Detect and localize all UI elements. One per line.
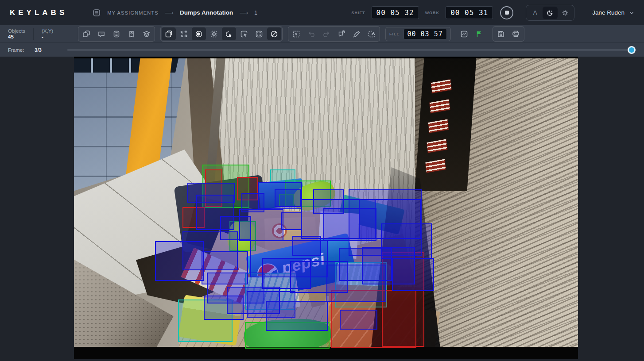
moon-icon — [547, 9, 554, 16]
layers-button[interactable] — [140, 27, 154, 40]
annotated-image[interactable]: t.com pepsi 12 — [74, 57, 578, 359]
breadcrumb-arrow-icon: ⟶ — [165, 9, 174, 16]
xy-label: (X,Y) — [42, 28, 53, 34]
matrix-tool-button[interactable] — [252, 27, 266, 40]
keylabs-app: KEYLABS MY ASSIGNMENTS ⟶ Dumps Annotatio… — [0, 0, 644, 361]
sun-icon — [562, 9, 569, 16]
checklist-button[interactable] — [109, 27, 124, 40]
smart-tool-button[interactable] — [207, 27, 221, 40]
objects-label: Objects — [8, 28, 25, 34]
annotation-box-teal[interactable] — [270, 169, 295, 183]
theme-toggle: A — [526, 5, 574, 21]
xy-readout: (X,Y) - — [34, 27, 61, 41]
save-group — [493, 26, 524, 42]
ellipse-tool-icon — [195, 30, 203, 38]
top-bar-right: SHIFT 00 05 32 WORK 00 05 31 A — [352, 5, 634, 21]
work-timer: 00 05 31 — [446, 6, 493, 19]
user-menu[interactable]: Jane Ruden — [592, 9, 634, 16]
record-stop-button[interactable] — [500, 6, 513, 19]
validate-icon — [460, 30, 468, 38]
redo-button[interactable] — [319, 27, 334, 40]
validate-button[interactable] — [457, 27, 471, 40]
theme-dark-button[interactable] — [543, 7, 558, 19]
polygon-tool-button[interactable] — [177, 27, 191, 40]
comments-button[interactable] — [94, 27, 109, 40]
matrix-tool-icon — [255, 30, 263, 38]
shape-tools-group — [160, 26, 283, 42]
theme-light-button[interactable] — [558, 7, 573, 19]
lasso-tool-icon — [225, 30, 233, 38]
comments-icon — [97, 30, 105, 38]
annotation-box-blue[interactable] — [392, 258, 434, 291]
pencil-button[interactable] — [349, 27, 364, 40]
edit-group — [288, 26, 380, 42]
chevron-down-icon — [629, 10, 634, 15]
undo-icon — [307, 30, 315, 38]
annotation-box-blue[interactable] — [340, 310, 377, 330]
undo-button[interactable] — [304, 27, 318, 40]
pointer-box-tool-icon — [240, 30, 248, 38]
stats-block: Objects 45 (X,Y) - — [0, 25, 61, 42]
ai-badge-button[interactable] — [334, 27, 349, 40]
breadcrumb: MY ASSIGNMENTS ⟶ Dumps Annotation ⟶ 1 — [92, 8, 257, 17]
objects-count: 45 — [8, 34, 25, 40]
ai-badge-icon — [338, 30, 346, 38]
frame-slider-handle[interactable] — [628, 46, 636, 54]
none-tool-icon — [270, 30, 278, 38]
lasso-tool-button[interactable] — [222, 27, 236, 40]
breadcrumb-my-assignments[interactable]: MY ASSIGNMENTS — [107, 10, 159, 15]
ellipse-tool-button[interactable] — [192, 27, 206, 40]
annotation-canvas[interactable]: t.com pepsi 12 — [0, 57, 644, 361]
print-button[interactable] — [509, 27, 523, 40]
flag-button[interactable] — [472, 27, 486, 40]
tag-button[interactable] — [124, 27, 139, 40]
keylabs-logo[interactable]: KEYLABS — [10, 8, 67, 17]
pointer-box-tool-button[interactable] — [237, 27, 251, 40]
redo-icon — [322, 30, 330, 38]
theme-auto-button[interactable]: A — [528, 7, 543, 19]
save-button[interactable] — [494, 27, 508, 40]
none-tool-button[interactable] — [267, 27, 281, 40]
file-timer-group: FILE 00 03 57 — [385, 27, 451, 41]
marquee-select-button[interactable] — [289, 27, 303, 40]
annotation-box-blue[interactable] — [381, 223, 432, 259]
annotation-box-blue[interactable] — [239, 209, 283, 241]
pencil-icon — [353, 30, 361, 38]
flag-icon — [475, 30, 483, 38]
objects-panel-icon — [82, 30, 90, 38]
bounding-box-tool-icon — [165, 30, 173, 38]
layers-icon — [143, 30, 151, 38]
save-icon — [497, 30, 505, 38]
annotation-box-blue[interactable] — [266, 301, 328, 331]
user-name: Jane Ruden — [592, 9, 625, 16]
panels-group — [78, 26, 155, 42]
frame-row: Frame: 3/3 — [0, 42, 644, 57]
toolbar-groups: FILE 00 03 57 — [78, 26, 524, 42]
edit-box-button[interactable] — [365, 27, 379, 40]
objects-panel-button[interactable] — [79, 27, 93, 40]
annotation-box-blue[interactable] — [155, 241, 204, 281]
shift-label: SHIFT — [352, 11, 365, 15]
frame-slider[interactable] — [67, 46, 634, 54]
marquee-select-icon — [292, 30, 300, 38]
bounding-box-tool-button[interactable] — [162, 27, 176, 40]
top-bar: KEYLABS MY ASSIGNMENTS ⟶ Dumps Annotatio… — [0, 0, 644, 25]
breadcrumb-task-number[interactable]: 1 — [254, 10, 257, 16]
xy-value: - — [42, 34, 53, 40]
breadcrumb-project[interactable]: Dumps Annotation — [180, 9, 233, 16]
work-label: WORK — [425, 11, 440, 15]
polygon-tool-icon — [180, 30, 188, 38]
annotation-box-blue[interactable] — [275, 189, 301, 207]
breadcrumb-arrow-icon: ⟶ — [239, 9, 248, 16]
print-icon — [512, 30, 520, 38]
frame-label: Frame: — [8, 47, 35, 53]
review-group — [456, 27, 487, 41]
assignments-icon — [92, 8, 101, 17]
frame-value: 3/3 — [35, 47, 60, 53]
frame-slider-track[interactable] — [67, 50, 634, 50]
smart-tool-icon — [210, 30, 218, 38]
annotation-box-blue[interactable] — [281, 212, 302, 230]
objects-counter: Objects 45 — [0, 27, 33, 41]
tag-icon — [128, 30, 136, 38]
shift-timer: 00 05 32 — [372, 6, 419, 19]
